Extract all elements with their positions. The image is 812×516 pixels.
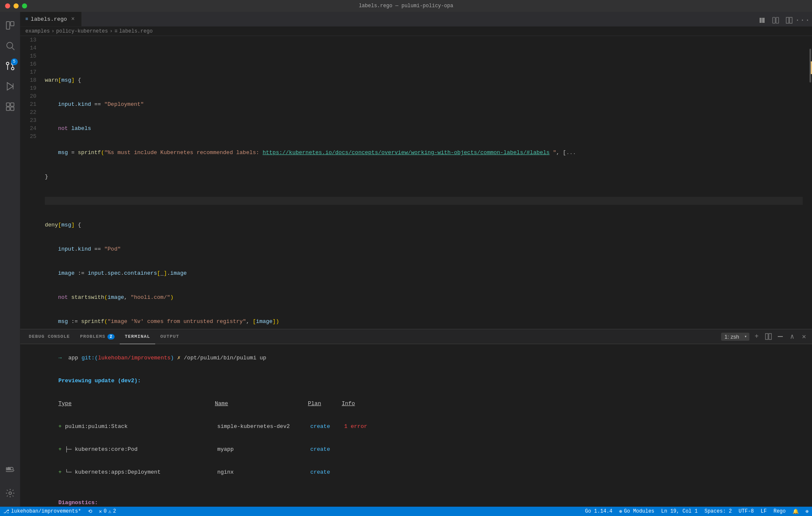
svg-rect-12 (11, 107, 14, 110)
go-modules-label: Go Modules (624, 508, 654, 514)
code-content: warn[msg] { input.kind == "Deployment" n… (41, 36, 806, 329)
maximize-button[interactable] (22, 3, 27, 8)
activity-extensions[interactable] (0, 97, 20, 117)
status-line-ending[interactable]: LF (757, 507, 770, 516)
svg-rect-0 (6, 22, 10, 29)
svg-rect-9 (6, 103, 10, 106)
activity-source-control[interactable]: 5 (0, 56, 20, 76)
panel-tab-output[interactable]: OUTPUT (155, 329, 184, 344)
svg-rect-24 (778, 336, 783, 337)
svg-marker-7 (7, 83, 13, 90)
breadcrumb: examples › policy-kubernetes › ≡ labels.… (20, 27, 812, 36)
breadcrumb-part-2[interactable]: policy-kubernetes (56, 28, 108, 34)
titlebar: labels.rego — pulumi-policy-opa (0, 0, 812, 12)
activity-settings[interactable] (0, 483, 20, 503)
line-ending-label: LF (761, 508, 767, 514)
source-control-badge: 5 (11, 58, 18, 65)
status-spaces[interactable]: Spaces: 2 (701, 507, 735, 516)
window-title: labels.rego — pulumi-policy-opa (359, 3, 453, 9)
svg-rect-14 (8, 469, 9, 469)
spaces-label: Spaces: 2 (705, 508, 732, 514)
editor-toolbar: ··· (756, 14, 812, 26)
tab-labels-rego[interactable]: ≡ labels.rego × (20, 12, 82, 26)
terminal-table-header: TypeNamePlanInfo (25, 392, 807, 415)
tab-close-button[interactable]: × (69, 16, 76, 22)
close-button[interactable] (5, 3, 10, 8)
code-line-15: input.kind == "Deployment" (45, 100, 803, 108)
code-line-14: warn[msg] { (45, 76, 803, 84)
warning-icon: ⚠ (108, 508, 111, 515)
minimize-button[interactable] (14, 3, 19, 8)
new-terminal-button[interactable]: + (752, 332, 761, 341)
status-go-modules[interactable]: ⊕ Go Modules (616, 507, 658, 516)
file-icon: ≡ (25, 17, 28, 22)
status-position[interactable]: Ln 19, Col 1 (658, 507, 701, 516)
panel-tabs: DEBUG CONSOLE PROBLEMS 2 TERMINAL OUTPUT… (20, 329, 812, 344)
panel-tab-debug-console[interactable]: DEBUG CONSOLE (24, 329, 75, 344)
window-controls[interactable] (5, 3, 27, 8)
status-sync[interactable]: ⟲ (85, 507, 96, 516)
kill-terminal-button[interactable] (776, 332, 785, 341)
status-errors[interactable]: ✕ 0 ⚠ 2 (96, 507, 120, 516)
code-line-21: input.kind == "Pod" (45, 245, 803, 253)
svg-rect-10 (11, 103, 14, 106)
notifications-icon: 🔔 (793, 508, 799, 515)
svg-rect-11 (6, 107, 10, 110)
status-right: Go 1.14.4 ⊕ Go Modules Ln 19, Col 1 Spac… (582, 507, 812, 516)
more-actions-button[interactable]: ··· (797, 14, 809, 26)
terminal-selector[interactable]: 1: zsh (721, 333, 749, 341)
terminal-blank-1 (25, 484, 807, 491)
maximize-panel-button[interactable]: ∧ (787, 332, 797, 341)
sync-icon: ⟲ (88, 508, 92, 515)
status-notifications[interactable]: 🔔 (789, 507, 802, 516)
activity-docker[interactable] (0, 459, 20, 480)
encoding-label: UTF-8 (739, 508, 754, 514)
status-go-version[interactable]: Go 1.14.4 (582, 507, 616, 516)
panel-tab-terminal[interactable]: TERMINAL (120, 329, 155, 344)
breadcrumb-icon: ≡ (114, 28, 117, 34)
svg-line-3 (12, 48, 14, 50)
breadcrumb-part-3[interactable]: labels.rego (119, 28, 153, 34)
code-line-18: } (45, 173, 803, 181)
error-count: 0 (104, 508, 107, 514)
terminal-previewing: Previewing update (dev2): (25, 370, 807, 392)
svg-rect-13 (7, 469, 8, 469)
status-encoding[interactable]: UTF-8 (735, 507, 757, 516)
status-language[interactable]: Rego (770, 507, 789, 516)
editor-scrollbar[interactable] (806, 36, 812, 329)
close-panel-button[interactable]: ✕ (799, 332, 809, 341)
tab-label: labels.rego (31, 16, 67, 22)
branch-name: lukehoban/improvements* (11, 508, 81, 514)
code-line-23: not startswith(image, "hooli.com/") (45, 293, 803, 301)
open-changes-button[interactable] (770, 14, 782, 26)
activity-search[interactable] (0, 36, 20, 56)
split-terminal-button[interactable] (764, 332, 773, 341)
remote-icon: ⊕ (806, 508, 809, 515)
panel-tab-problems[interactable]: PROBLEMS 2 (75, 329, 120, 344)
status-remote[interactable]: ⊕ (802, 507, 812, 516)
code-line-13 (45, 52, 803, 60)
branch-icon: ⎇ (3, 508, 9, 515)
activity-explorer[interactable] (0, 15, 20, 36)
svg-point-2 (7, 42, 13, 48)
svg-rect-15 (10, 469, 11, 469)
status-bar: ⎇ lukehoban/improvements* ⟲ ✕ 0 ⚠ 2 Go 1… (0, 507, 812, 516)
svg-rect-20 (786, 17, 789, 23)
svg-rect-18 (773, 17, 775, 23)
split-layout-button[interactable] (783, 14, 795, 26)
activity-run[interactable] (0, 76, 20, 97)
status-branch[interactable]: ⎇ lukehoban/improvements* (0, 507, 85, 516)
editor-area: ≡ labels.rego × (20, 12, 812, 507)
line-numbers: 13 14 15 16 17 18 19 20 21 22 23 24 25 (20, 36, 41, 329)
terminal-selector-wrap: 1: zsh ▾ (721, 333, 749, 341)
tabs-bar: ≡ labels.rego × (20, 12, 812, 27)
code-line-20: deny[msg] { (45, 221, 803, 229)
code-editor[interactable]: 13 14 15 16 17 18 19 20 21 22 23 24 25 w… (20, 36, 812, 329)
terminal-prompt-1: → app git:(lukehoban/improvements) ✗ /op… (25, 347, 807, 370)
terminal-content[interactable]: → app git:(lukehoban/improvements) ✗ /op… (20, 344, 812, 507)
code-line-17: msg = sprintf("%s must include Kubernete… (45, 149, 803, 157)
breadcrumb-part-1[interactable]: examples (25, 28, 50, 34)
code-line-19 (45, 197, 803, 205)
split-editor-button[interactable] (756, 14, 768, 26)
svg-point-17 (9, 492, 11, 494)
